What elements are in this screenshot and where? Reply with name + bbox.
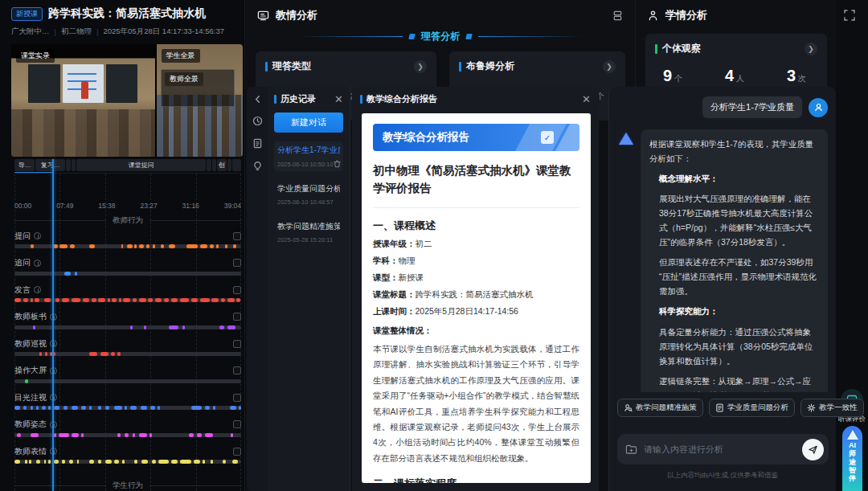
behavior-segment [62, 298, 68, 302]
layout-switch-icon[interactable] [612, 10, 624, 22]
behavior-segment [81, 406, 86, 410]
segment-intro[interactable]: 导… [14, 159, 35, 171]
segment-small[interactable] [72, 159, 76, 171]
behavior-label: 提问 [14, 231, 31, 242]
report-document[interactable]: 教学综合分析报告 ✓ 初中物理《简易活塞式抽水机》课堂教学评价报告 一、课程概述… [362, 113, 591, 483]
behavior-row-screen: 操作大屏 [14, 366, 241, 393]
video-player[interactable]: 课堂实录 教师全景 学生全景 [11, 44, 243, 157]
chevron-right-icon[interactable]: ❯ [603, 60, 616, 73]
behavior-segment [200, 244, 207, 248]
behavior-track[interactable] [14, 460, 241, 464]
behavior-label: 操作大屏 [14, 365, 47, 376]
video-students[interactable]: 教师全景 学生全景 [157, 44, 243, 157]
behavior-segment [31, 298, 33, 302]
folder-add-icon[interactable] [625, 444, 637, 455]
behavior-segment [169, 244, 175, 248]
segment-small[interactable] [227, 159, 232, 171]
behavior-segment [239, 406, 241, 410]
behavior-track[interactable] [14, 379, 241, 383]
behavior-row-followup: 追问 [14, 258, 241, 285]
segment-review[interactable]: 复习… [35, 159, 65, 171]
behavior-segment [89, 460, 94, 464]
video-teacher-pip[interactable]: 教师全景 [161, 69, 235, 108]
report-overview-label: 课堂整体情况： [373, 325, 579, 337]
behavior-checkbox[interactable] [233, 394, 241, 402]
fullscreen-button[interactable] [841, 6, 858, 24]
teacher-behavior-section: 教师行为 [14, 215, 241, 226]
send-button[interactable] [802, 439, 824, 460]
assistant-side-strip [247, 87, 268, 491]
behavior-track[interactable] [14, 272, 241, 276]
report-field: 课型：新授课 [373, 272, 579, 284]
behavior-track[interactable] [14, 433, 241, 437]
behavior-row-patrol: 教师巡视 [14, 338, 241, 366]
behavior-row-posture: 教师姿态 [14, 419, 241, 447]
ai-assistant-button[interactable]: AI师途智伴 [842, 426, 862, 491]
behavior-segment [44, 460, 47, 464]
chip-teaching-strategy[interactable]: 教学问题精准施策 [617, 399, 703, 417]
behavior-track[interactable] [14, 352, 241, 356]
chip-quality-analysis[interactable]: 学业质量问题分析 [709, 399, 795, 417]
report-doc-icon[interactable] [252, 138, 263, 149]
behavior-segment [216, 244, 219, 248]
history-item[interactable]: 教学问题精准施策 2025-05-28 15:20:11 [274, 218, 343, 247]
behavior-segment [231, 433, 233, 437]
tab-lida-analysis[interactable]: 理答分析 [246, 27, 635, 45]
behavior-checkbox[interactable] [233, 232, 241, 240]
close-icon[interactable]: ✕ [582, 94, 591, 104]
history-clock-icon[interactable] [252, 116, 263, 126]
info-icon[interactable] [34, 232, 41, 239]
chat-input[interactable] [644, 444, 796, 454]
behavior-segment [236, 298, 240, 302]
segment-create[interactable]: 创 [217, 159, 226, 171]
behavior-checkbox[interactable] [233, 340, 241, 348]
idea-bulb-icon[interactable] [252, 161, 263, 171]
behavior-track[interactable] [14, 406, 241, 410]
chip-teaching-consistency[interactable]: 教学一致性 [800, 399, 864, 417]
tab-label[interactable]: 理答分析 [421, 30, 460, 43]
trash-icon[interactable] [334, 160, 341, 168]
behavior-segment [210, 244, 215, 248]
behavior-track[interactable] [14, 244, 241, 248]
chevron-right-icon[interactable]: ❯ [414, 60, 427, 73]
lesson-segment-bar[interactable]: 导… 复习… 课堂提问 创 [14, 159, 241, 171]
behavior-checkbox[interactable] [233, 286, 241, 294]
report-field: 课堂标题：跨学科实践：简易活塞式抽水机 [373, 289, 579, 301]
history-title: 历史记录 [280, 93, 316, 105]
chevron-right-icon[interactable]: ❯ [805, 43, 817, 55]
history-item[interactable]: 学业质量问题分析 2025-06-10 10:48:57 [274, 180, 343, 209]
video-classroom[interactable]: 课堂实录 [11, 44, 155, 157]
behavior-track[interactable] [14, 298, 241, 302]
behavior-track[interactable] [14, 325, 241, 329]
segment-questioning[interactable]: 课堂提问 [76, 159, 206, 171]
new-chat-button[interactable]: 新建对话 [274, 113, 343, 133]
behavior-segment [64, 272, 71, 276]
segment-small[interactable] [207, 159, 211, 171]
lesson-title: 跨学科实践：简易活塞式抽水机 [48, 6, 206, 21]
collapse-left-icon[interactable] [253, 95, 262, 104]
behavior-segment [139, 298, 145, 302]
behavior-checkbox[interactable] [233, 366, 241, 374]
behavior-checkbox[interactable] [233, 448, 241, 456]
behavior-checkbox[interactable] [233, 259, 241, 267]
lesson-datetime: 2025年05月28日 14:17:33-14:56:37 [103, 27, 224, 37]
segment-small[interactable] [232, 159, 241, 171]
behavior-segment [191, 298, 198, 302]
behavior-segment [219, 325, 224, 329]
behavior-segment [148, 298, 153, 302]
info-icon[interactable] [34, 260, 41, 267]
behavior-segment [203, 460, 205, 464]
timeline-playhead[interactable] [52, 159, 54, 491]
behavior-checkbox[interactable] [233, 420, 241, 428]
chat-scroll-area[interactable]: 分析学生1-7学业质量 根据课堂观察和学生1-7的表现，其学业质量分析如下： 概… [617, 96, 828, 392]
segment-small[interactable] [212, 159, 217, 171]
behavior-checkbox[interactable] [233, 313, 241, 321]
close-icon[interactable]: ✕ [334, 94, 343, 104]
info-icon[interactable] [34, 286, 41, 293]
student-behavior-section: 学生行为 [14, 481, 241, 491]
history-item[interactable]: 分析学生1-7学业质量 2025-06-10 10:50:10 [274, 141, 343, 171]
behavior-segment [117, 352, 120, 356]
behavior-segment [69, 460, 74, 464]
segment-small[interactable] [66, 159, 71, 171]
metric-value: 3 [787, 67, 796, 85]
